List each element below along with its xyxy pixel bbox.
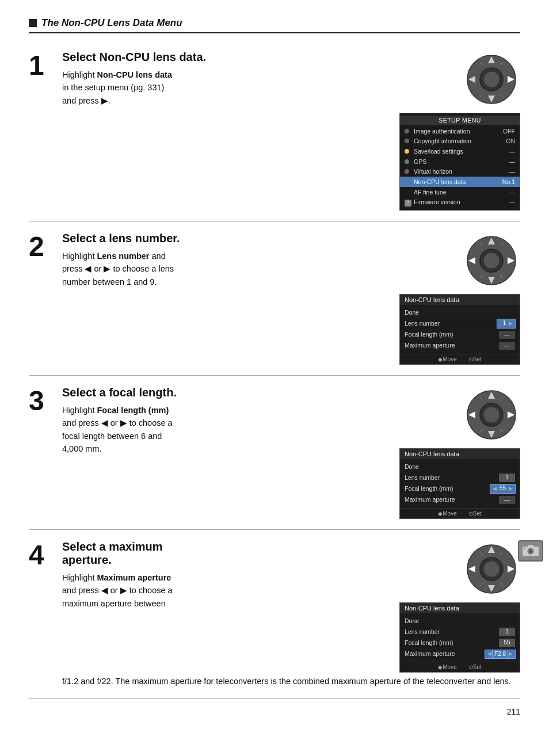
menu-row-non-cpu: Non-CPU lens data No.1: [400, 177, 520, 187]
step-1-number: 1: [29, 52, 58, 211]
step-2-submenu-title: Non-CPU lens data: [400, 295, 520, 305]
submenu-focal-length: Focal length (mm) —: [400, 329, 520, 340]
step-4-dpad: [463, 540, 520, 598]
svg-point-28: [483, 407, 500, 423]
step-4-title: Select a maximumaperture.: [62, 540, 399, 567]
submenu3-lens-number: Lens number 1: [400, 472, 520, 483]
step-3-title: Select a focal length.: [62, 386, 399, 399]
step-4-content: Select a maximumaperture. Highlight Maxi…: [58, 540, 399, 673]
submenu3-done: Done: [400, 461, 520, 472]
step-1-image: SETUP MENU Image authentication OFF Copy…: [399, 51, 520, 211]
step-2-submenu-footer: ◆Move ⊙Set: [400, 354, 520, 364]
step-3-image: Non-CPU lens data Done Lens number 1 Foc…: [399, 386, 520, 519]
submenu4-done: Done: [400, 616, 520, 627]
svg-point-48: [524, 547, 526, 549]
submenu4-lens-number: Lens number 1: [400, 627, 520, 637]
step-3-submenu-footer: ◆Move ⊙Set: [400, 508, 520, 518]
step-3-submenu-body: Done Lens number 1 Focal length (mm) ◀55…: [400, 459, 520, 508]
footer3-move: ◆Move: [438, 510, 456, 517]
step-4-submenu-footer: ◆Move ⊙Set: [400, 662, 520, 672]
step-4-submenu: Non-CPU lens data Done Lens number 1 Foc…: [399, 602, 520, 673]
footer3-set: ⊙Set: [468, 510, 482, 517]
step-3-row: 3 Select a focal length. Highlight Focal…: [29, 376, 520, 530]
svg-point-6: [483, 71, 500, 87]
step-3-dpad: [463, 386, 520, 444]
submenu-lens-number: Lens number 1▶: [400, 318, 520, 329]
step-1-content: Select Non-CPU lens data. Highlight Non-…: [58, 51, 399, 211]
step-2-content: Select a lens number. Highlight Lens num…: [58, 232, 399, 365]
svg-rect-47: [528, 545, 533, 548]
footer4-set: ⊙Set: [468, 664, 482, 670]
setup-menu-title: SETUP MENU: [400, 116, 520, 125]
step-3-submenu-title: Non-CPU lens data: [400, 449, 520, 459]
step-4-number: 4: [29, 541, 58, 673]
svg-point-17: [483, 253, 500, 269]
step-4-image: Non-CPU lens data Done Lens number 1 Foc…: [399, 540, 520, 673]
step-3-submenu: Non-CPU lens data Done Lens number 1 Foc…: [399, 448, 520, 519]
menu-row-img-auth: Image authentication OFF: [400, 126, 520, 136]
submenu3-max-aperture: Maximum aperture —: [400, 494, 520, 505]
step-2-title: Select a lens number.: [62, 232, 399, 245]
step-2-dpad: [463, 232, 520, 289]
step-1-desc: Highlight Non-CPU lens data in the setup…: [62, 68, 399, 107]
header-icon: [29, 19, 37, 27]
step-4-extra: f/1.2 and f/22. The maximum aperture for…: [62, 675, 520, 688]
step-2-desc: Highlight Lens number and press ◀ or ▶ t…: [62, 250, 399, 288]
step-2-submenu-body: Done Lens number 1▶ Focal length (mm) — …: [400, 305, 520, 354]
menu-row-firmware: ? Firmware version —: [400, 197, 520, 208]
page: The Non-CPU Lens Data Menu 1 Select Non-…: [0, 0, 549, 734]
step-4-top: 4 Select a maximumaperture. Highlight Ma…: [29, 540, 520, 673]
step-1-title: Select Non-CPU lens data.: [62, 51, 399, 64]
step-3-content: Select a focal length. Highlight Focal l…: [58, 386, 399, 519]
footer-set: ⊙Set: [468, 356, 482, 362]
submenu4-max-aperture: Maximum aperture ◀F2.8▶: [400, 648, 520, 659]
header-title: The Non-CPU Lens Data Menu: [41, 17, 182, 29]
step-2-number: 2: [29, 233, 58, 365]
step-1-row: 1 Select Non-CPU lens data. Highlight No…: [29, 40, 520, 222]
submenu-done: Done: [400, 307, 520, 318]
menu-row-copyright: Copyright information ON: [400, 136, 520, 147]
svg-point-46: [529, 549, 532, 553]
step-2-image: Non-CPU lens data Done Lens number 1▶ Fo…: [399, 232, 520, 365]
page-header: The Non-CPU Lens Data Menu: [29, 17, 520, 33]
submenu4-focal-length: Focal length (mm) 55: [400, 637, 520, 648]
menu-row-saveload: Save/load settings —: [400, 146, 520, 156]
step-4-submenu-title: Non-CPU lens data: [400, 603, 520, 613]
step-2-row: 2 Select a lens number. Highlight Lens n…: [29, 222, 520, 376]
step-2-submenu: Non-CPU lens data Done Lens number 1▶ Fo…: [399, 294, 520, 365]
camera-icon-badge: [518, 540, 543, 562]
menu-row-virtual-horizon: Virtual horizon —: [400, 167, 520, 177]
step-3-number: 3: [29, 387, 58, 519]
page-number: 211: [507, 707, 520, 716]
step-4-submenu-body: Done Lens number 1 Focal length (mm) 55: [400, 613, 520, 662]
camera-svg: [523, 544, 539, 556]
submenu3-focal-length: Focal length (mm) ◀55▶: [400, 483, 520, 494]
step-1-menu-screen: SETUP MENU Image authentication OFF Copy…: [399, 113, 520, 211]
step-1-dpad: [463, 51, 520, 108]
menu-row-af-fine: AF fine tune —: [400, 187, 520, 197]
footer-move: ◆Move: [438, 356, 456, 362]
step-4-desc: Highlight Maximum aperture and press ◀ o…: [62, 571, 399, 610]
footer4-move: ◆Move: [438, 664, 456, 670]
menu-row-gps: GPS —: [400, 156, 520, 167]
submenu-max-aperture: Maximum aperture —: [400, 340, 520, 351]
svg-point-39: [483, 561, 500, 577]
step-4-row: 4 Select a maximumaperture. Highlight Ma…: [29, 530, 520, 699]
step-3-desc: Highlight Focal length (mm) and press ◀ …: [62, 404, 399, 456]
